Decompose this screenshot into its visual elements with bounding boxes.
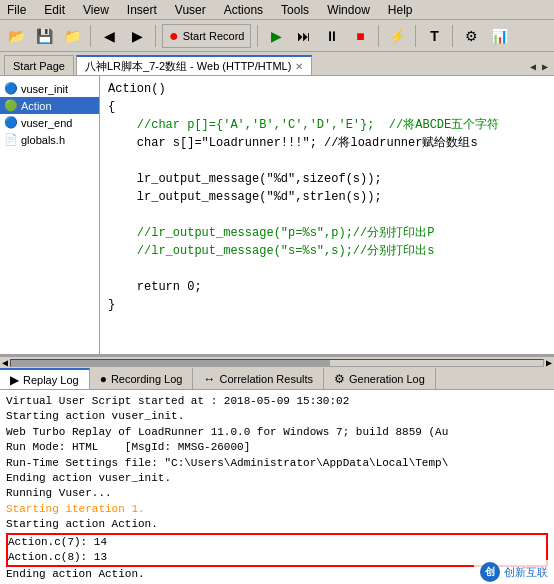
separator-6 <box>452 25 453 47</box>
record-icon: ● <box>169 27 179 45</box>
scroll-track[interactable] <box>10 359 544 367</box>
menu-actions[interactable]: Actions <box>221 2 266 18</box>
log-line-10: Action.c(7): 14 <box>8 535 546 550</box>
graph-button[interactable]: 📊 <box>487 24 511 48</box>
log-tab-recording-label: Recording Log <box>111 373 183 385</box>
separator-1 <box>90 25 91 47</box>
horizontal-scrollbar[interactable]: ◀ ▶ <box>0 356 554 368</box>
log-tab-correlation-label: Correlation Results <box>219 373 313 385</box>
recording-icon: ● <box>100 372 107 386</box>
sidebar-item-vuser-end[interactable]: 🔵 vuser_end <box>0 114 99 131</box>
separator-3 <box>257 25 258 47</box>
tab-nav-left[interactable]: ◀ <box>528 59 538 75</box>
globals-icon: 📄 <box>4 133 18 146</box>
tab-nav: ◀ ▶ <box>528 59 550 75</box>
code-line-8 <box>108 206 546 224</box>
scroll-right-icon[interactable]: ▶ <box>546 357 552 369</box>
code-line-4: char s[]="Loadrunner!!!"; //将loadrunner赋… <box>108 134 546 152</box>
menu-file[interactable]: File <box>4 2 29 18</box>
log-tab-generation[interactable]: ⚙ Generation Log <box>324 368 436 389</box>
watermark-logo: 创 <box>480 562 500 582</box>
wand-button[interactable]: ⚡ <box>385 24 409 48</box>
code-line-12: return 0; <box>108 278 546 296</box>
code-line-2: { <box>108 98 546 116</box>
log-tab-correlation[interactable]: ↔ Correlation Results <box>193 368 324 389</box>
sidebar-item-globals[interactable]: 📄 globals.h <box>0 131 99 148</box>
menu-vuser[interactable]: Vuser <box>172 2 209 18</box>
back-button[interactable]: ◀ <box>97 24 121 48</box>
log-line-4: Run Mode: HTML [MsgId: MMSG-26000] <box>6 440 548 455</box>
log-highlight-box: Action.c(7): 14 Action.c(8): 13 <box>6 533 548 568</box>
menu-tools[interactable]: Tools <box>278 2 312 18</box>
log-line-1: Virtual User Script started at : 2018-05… <box>6 394 548 409</box>
log-tab-replay[interactable]: ▶ Replay Log <box>0 368 90 389</box>
scroll-left-icon[interactable]: ◀ <box>2 357 8 369</box>
action-icon: 🟢 <box>4 99 18 112</box>
code-line-3: //char p[]={'A','B','C','D','E'}; //将ABC… <box>108 116 546 134</box>
settings-button[interactable]: ⚙ <box>459 24 483 48</box>
watermark: 创 创新互联 <box>474 560 554 584</box>
log-tab-generation-label: Generation Log <box>349 373 425 385</box>
start-record-button[interactable]: ● Start Record <box>162 24 251 48</box>
menu-insert[interactable]: Insert <box>124 2 160 18</box>
sidebar-item-action[interactable]: 🟢 Action <box>0 97 99 114</box>
vuser-init-icon: 🔵 <box>4 82 18 95</box>
pause-button[interactable]: ⏸ <box>320 24 344 48</box>
tab-start-page[interactable]: Start Page <box>4 55 74 75</box>
tabs-bar: Start Page 八神LR脚本_7-2数组 - Web (HTTP/HTML… <box>0 52 554 76</box>
step-button[interactable]: ⏭ <box>292 24 316 48</box>
tab-start-page-label: Start Page <box>13 60 65 72</box>
log-line-11: Action.c(8): 13 <box>8 550 546 565</box>
open-button[interactable]: 📂 <box>4 24 28 48</box>
save-button[interactable]: 💾 <box>32 24 56 48</box>
sidebar-item-action-label: Action <box>21 100 52 112</box>
tab-nav-right[interactable]: ▶ <box>540 59 550 75</box>
log-content: Virtual User Script started at : 2018-05… <box>0 390 554 584</box>
log-panel: ▶ Replay Log ● Recording Log ↔ Correlati… <box>0 368 554 584</box>
log-line-3: Web Turbo Replay of LoadRunner 11.0.0 fo… <box>6 425 548 440</box>
separator-5 <box>415 25 416 47</box>
watermark-text: 创新互联 <box>504 565 548 580</box>
play-button[interactable]: ▶ <box>264 24 288 48</box>
code-line-11 <box>108 260 546 278</box>
code-line-5 <box>108 152 546 170</box>
stop-button[interactable]: ■ <box>348 24 372 48</box>
log-tab-recording[interactable]: ● Recording Log <box>90 368 194 389</box>
correlation-icon: ↔ <box>203 372 215 386</box>
menu-window[interactable]: Window <box>324 2 373 18</box>
log-line-5: Run-Time Settings file: "C:\Users\Admini… <box>6 456 548 471</box>
tab-script-label: 八神LR脚本_7-2数组 - Web (HTTP/HTML) <box>85 59 291 74</box>
sidebar-item-globals-label: globals.h <box>21 134 65 146</box>
sidebar-item-vuser-init-label: vuser_init <box>21 83 68 95</box>
start-record-label: Start Record <box>183 30 245 42</box>
folder-button[interactable]: 📁 <box>60 24 84 48</box>
log-line-2: Starting action vuser_init. <box>6 409 548 424</box>
forward-button[interactable]: ▶ <box>125 24 149 48</box>
log-line-7: Running Vuser... <box>6 486 548 501</box>
sidebar-item-vuser-init[interactable]: 🔵 vuser_init <box>0 80 99 97</box>
log-tabs: ▶ Replay Log ● Recording Log ↔ Correlati… <box>0 368 554 390</box>
code-line-6: lr_output_message("%d",sizeof(s)); <box>108 170 546 188</box>
tab-close-icon[interactable]: ✕ <box>295 61 303 72</box>
code-line-9: //lr_output_message("p=%s",p);//分别打印出P <box>108 224 546 242</box>
menu-bar: File Edit View Insert Vuser Actions Tool… <box>0 0 554 20</box>
code-line-13: } <box>108 296 546 314</box>
toolbar: 📂 💾 📁 ◀ ▶ ● Start Record ▶ ⏭ ⏸ ■ ⚡ T ⚙ 📊 <box>0 20 554 52</box>
log-line-6: Ending action vuser_init. <box>6 471 548 486</box>
code-line-1: Action() <box>108 80 546 98</box>
replay-icon: ▶ <box>10 373 19 387</box>
generation-icon: ⚙ <box>334 372 345 386</box>
menu-edit[interactable]: Edit <box>41 2 68 18</box>
tab-script[interactable]: 八神LR脚本_7-2数组 - Web (HTTP/HTML) ✕ <box>76 55 312 75</box>
log-line-8: Starting iteration 1. <box>6 502 548 517</box>
code-line-7: lr_output_message("%d",strlen(s)); <box>108 188 546 206</box>
sidebar: 🔵 vuser_init 🟢 Action 🔵 vuser_end 📄 glob… <box>0 76 100 354</box>
code-line-10: //lr_output_message("s=%s",s);//分别打印出s <box>108 242 546 260</box>
menu-help[interactable]: Help <box>385 2 416 18</box>
scroll-thumb[interactable] <box>11 360 330 366</box>
menu-view[interactable]: View <box>80 2 112 18</box>
text-button[interactable]: T <box>422 24 446 48</box>
editor-container: 🔵 vuser_init 🟢 Action 🔵 vuser_end 📄 glob… <box>0 76 554 356</box>
log-line-12: Ending action Action. <box>6 567 548 582</box>
code-editor[interactable]: Action() { //char p[]={'A','B','C','D','… <box>100 76 554 354</box>
